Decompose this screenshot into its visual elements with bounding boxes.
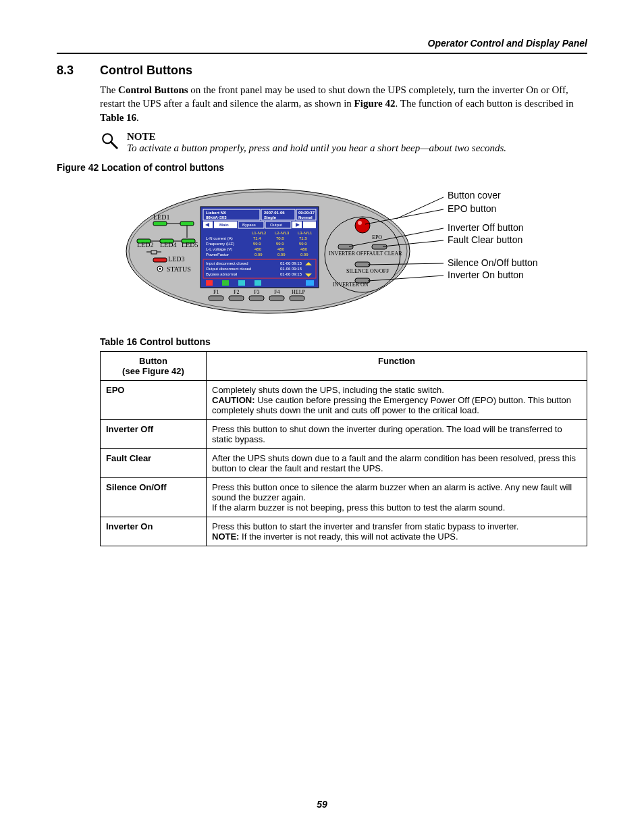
svg-rect-67 <box>269 296 284 301</box>
svg-rect-58 <box>306 280 314 286</box>
svg-rect-54 <box>206 280 213 286</box>
svg-text:Output disconnect closed: Output disconnect closed <box>206 267 251 271</box>
svg-text:Normal: Normal <box>298 215 313 219</box>
svg-text:Inverter On button: Inverter On button <box>448 269 524 280</box>
running-header: Operator Control and Display Panel <box>57 38 587 53</box>
svg-text:F4: F4 <box>274 289 279 295</box>
table-row: Silence On/Off Press this button once to… <box>101 477 587 517</box>
svg-text:80kVA-3X3: 80kVA-3X3 <box>206 215 227 219</box>
svg-text:LED4: LED4 <box>160 241 176 249</box>
svg-text:PowerFactor: PowerFactor <box>206 253 229 257</box>
svg-text:59.9: 59.9 <box>253 242 261 246</box>
svg-text:01-06 09:15: 01-06 09:15 <box>280 261 302 265</box>
figure-42: Liebert NX 80kVA-3X3 2007-01-06 Single 0… <box>57 177 587 328</box>
svg-text:Inverter Off button: Inverter Off button <box>448 222 524 233</box>
svg-text:0.99: 0.99 <box>254 253 263 257</box>
table-head-button: Button(see Figure 42) <box>101 351 207 380</box>
svg-point-88 <box>159 267 161 269</box>
svg-text:0.99: 0.99 <box>300 253 308 257</box>
svg-text:2007-01-06: 2007-01-06 <box>264 211 285 215</box>
svg-rect-65 <box>229 296 244 301</box>
table-row: EPO Completely shuts down the UPS, inclu… <box>101 380 587 419</box>
svg-text:Fault Clear button: Fault Clear button <box>448 234 522 245</box>
svg-text:59.9: 59.9 <box>299 242 307 246</box>
svg-text:480: 480 <box>300 247 308 251</box>
svg-line-1 <box>111 142 117 148</box>
note-title: NOTE <box>127 131 506 142</box>
svg-rect-56 <box>238 280 245 286</box>
svg-rect-64 <box>209 296 223 301</box>
svg-text:L2-N/L3: L2-N/L3 <box>275 231 290 235</box>
svg-rect-95 <box>372 244 387 249</box>
svg-text:Liebert NX: Liebert NX <box>206 211 226 215</box>
svg-text:70.8: 70.8 <box>276 236 284 240</box>
note-text: To activate a button properly, press and… <box>127 142 506 154</box>
svg-text:INVERTER OFF: INVERTER OFF <box>329 251 367 257</box>
section-title: Control Buttons <box>100 63 192 77</box>
note-block: NOTE To activate a button properly, pres… <box>100 131 587 154</box>
magnifier-icon <box>100 131 119 150</box>
table-head-function: Function <box>207 351 587 380</box>
svg-text:F2: F2 <box>234 289 239 295</box>
svg-text:Bypass abnormal: Bypass abnormal <box>206 272 237 276</box>
svg-rect-72 <box>180 221 194 226</box>
svg-rect-69 <box>153 221 167 226</box>
svg-rect-66 <box>249 296 264 301</box>
svg-line-102 <box>396 197 444 219</box>
svg-text:Single: Single <box>264 215 277 219</box>
svg-rect-24 <box>303 221 316 228</box>
table-row: Inverter On Press this button to start t… <box>101 517 587 546</box>
svg-text:L3-N/L1: L3-N/L1 <box>298 231 313 235</box>
svg-text:HELP: HELP <box>292 289 306 295</box>
svg-rect-68 <box>290 296 304 301</box>
svg-text:SILENCE ON/OFF: SILENCE ON/OFF <box>346 268 390 274</box>
svg-point-92 <box>358 221 362 225</box>
svg-rect-98 <box>355 262 370 267</box>
svg-text:LED5: LED5 <box>182 241 198 249</box>
figure-caption: Figure 42 Location of control buttons <box>57 162 587 173</box>
svg-text:EPO button: EPO button <box>448 203 496 214</box>
page-number: 59 <box>0 799 644 810</box>
svg-text:480: 480 <box>254 247 262 251</box>
header-rule <box>57 53 587 54</box>
svg-text:0.99: 0.99 <box>277 253 286 257</box>
svg-text:Frequency (HZ): Frequency (HZ) <box>206 242 234 246</box>
svg-text:480: 480 <box>277 247 285 251</box>
svg-text:Silence On/Off button: Silence On/Off button <box>448 257 538 268</box>
svg-text:INVERTER ON: INVERTER ON <box>333 282 369 288</box>
svg-text:71.4: 71.4 <box>253 236 261 240</box>
svg-text:STATUS: STATUS <box>167 265 191 273</box>
svg-text:01-06 09:15: 01-06 09:15 <box>280 267 302 271</box>
svg-text:FAULT CLEAR: FAULT CLEAR <box>367 251 402 257</box>
svg-text:L-N current (A): L-N current (A) <box>206 236 233 240</box>
section-heading: 8.3Control Buttons <box>57 63 587 78</box>
svg-text:L1-N/L2: L1-N/L2 <box>252 231 267 235</box>
table-row: Fault Clear After the UPS shuts down due… <box>101 448 587 477</box>
svg-text:LED2: LED2 <box>137 241 153 249</box>
svg-text:F1: F1 <box>213 289 219 295</box>
table-row: Inverter Off Press this button to shut d… <box>101 419 587 448</box>
svg-text:09:20:37: 09:20:37 <box>298 211 315 215</box>
svg-text:Output: Output <box>270 223 282 227</box>
section-number: 8.3 <box>57 63 100 78</box>
svg-rect-57 <box>254 280 261 286</box>
svg-text:Button cover: Button cover <box>448 190 501 201</box>
svg-text:59.9: 59.9 <box>276 242 284 246</box>
svg-text:71.3: 71.3 <box>299 236 307 240</box>
svg-rect-94 <box>338 244 353 249</box>
svg-text:01-06 09:15: 01-06 09:15 <box>280 272 302 276</box>
svg-text:EPO: EPO <box>372 234 382 240</box>
svg-rect-85 <box>153 258 167 262</box>
svg-text:L-L voltage (V): L-L voltage (V) <box>206 247 232 251</box>
svg-text:Main: Main <box>219 223 229 227</box>
svg-text:Bypass: Bypass <box>242 223 256 227</box>
svg-point-91 <box>355 218 370 233</box>
svg-text:LED1: LED1 <box>153 213 169 221</box>
svg-text:F3: F3 <box>254 289 259 295</box>
control-buttons-table: Button(see Figure 42) Function EPO Compl… <box>100 351 587 546</box>
table-caption: Table 16 Control buttons <box>100 336 587 347</box>
svg-text:Input disconnect closed: Input disconnect closed <box>206 261 248 265</box>
svg-text:LED3: LED3 <box>168 255 184 263</box>
intro-paragraph: The Control Buttons on the front panel m… <box>100 83 587 124</box>
svg-rect-55 <box>222 280 229 286</box>
